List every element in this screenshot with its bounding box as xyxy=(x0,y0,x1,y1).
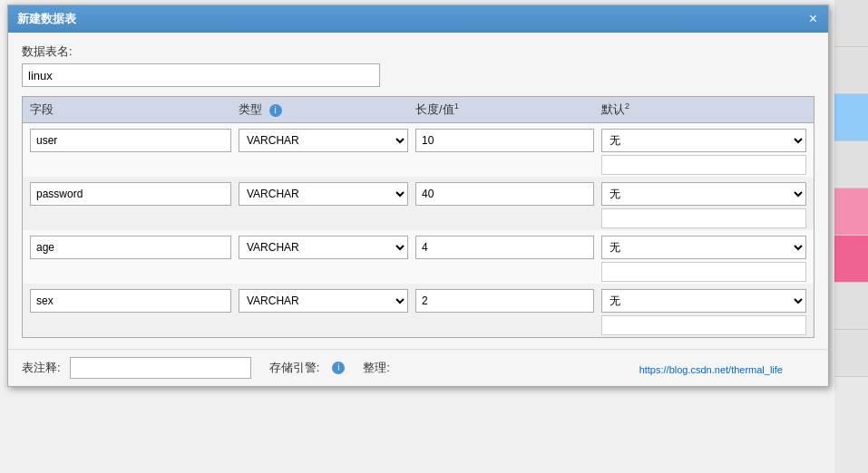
collation-label: 整理: xyxy=(363,360,390,376)
row-length-col xyxy=(415,236,601,259)
row-default-col: 无 NULL CURRENT_TIMESTAMP xyxy=(601,236,806,282)
default-select[interactable]: 无 NULL CURRENT_TIMESTAMP xyxy=(601,129,806,152)
storage-info-icon[interactable]: i xyxy=(332,362,345,374)
collation-section: 整理: xyxy=(363,360,399,376)
row-field-col xyxy=(30,236,239,259)
col-header-length: 长度/值1 xyxy=(415,101,601,118)
row-type-col: VARCHARINTTEXTCHARBIGINTTINYINTFLOATDOUB… xyxy=(239,289,415,313)
field-input[interactable] xyxy=(30,182,231,206)
table-comment-label: 表注释: xyxy=(22,360,61,376)
table-row: VARCHARINTTEXTCHARBIGINTTINYINTFLOATDOUB… xyxy=(23,123,814,177)
new-table-dialog: 新建数据表 × 数据表名: 字段 类型 i 长度/值1 默认2 xyxy=(7,5,829,387)
length-input[interactable] xyxy=(415,236,594,259)
default-select[interactable]: 无 NULL CURRENT_TIMESTAMP xyxy=(601,289,806,313)
type-info-icon[interactable]: i xyxy=(269,104,282,117)
field-input[interactable] xyxy=(30,129,231,152)
table-name-input[interactable] xyxy=(22,63,380,87)
length-input[interactable] xyxy=(415,182,594,206)
default-select[interactable]: 无 NULL CURRENT_TIMESTAMP xyxy=(601,236,806,259)
dialog-titlebar: 新建数据表 × xyxy=(8,5,828,33)
sidebar-bar-4 xyxy=(834,141,868,188)
row-default-col: 无 NULL CURRENT_TIMESTAMP xyxy=(601,289,806,335)
default-sub-input[interactable] xyxy=(601,155,806,175)
right-sidebar xyxy=(834,0,868,473)
dialog-title: 新建数据表 xyxy=(17,11,76,27)
length-input[interactable] xyxy=(415,289,594,313)
row-field-col xyxy=(30,289,239,313)
sidebar-bar-8 xyxy=(834,330,868,377)
sidebar-bar-3 xyxy=(834,94,868,141)
col-header-default: 默认2 xyxy=(601,101,806,118)
field-input[interactable] xyxy=(30,236,231,259)
row-type-col: VARCHARINTTEXTCHARBIGINTTINYINTFLOATDOUB… xyxy=(239,182,415,206)
table-row: VARCHARINTTEXTCHARBIGINTTINYINTFLOATDOUB… xyxy=(23,177,814,230)
type-select[interactable]: VARCHARINTTEXTCHARBIGINTTINYINTFLOATDOUB… xyxy=(239,236,408,259)
sidebar-bar-2 xyxy=(834,47,868,94)
columns-area: 字段 类型 i 长度/值1 默认2 xyxy=(22,96,814,338)
row-length-col xyxy=(415,182,601,206)
table-row: VARCHARINTTEXTCHARBIGINTTINYINTFLOATDOUB… xyxy=(23,284,814,337)
field-input[interactable] xyxy=(30,289,231,313)
dialog-close-button[interactable]: × xyxy=(807,12,819,26)
csdn-link[interactable]: https://blog.csdn.net/thermal_life xyxy=(639,364,783,375)
row-length-col xyxy=(415,129,601,152)
col-header-field: 字段 xyxy=(30,101,239,118)
row-default-col: 无 NULL CURRENT_TIMESTAMP xyxy=(601,129,806,175)
row-type-col: VARCHARINTTEXTCHARBIGINTTINYINTFLOATDOUB… xyxy=(239,236,415,259)
default-sub-input[interactable] xyxy=(601,315,806,335)
table-comment-input[interactable] xyxy=(70,357,251,379)
bottom-bar: 表注释: 存储引警: i 整理: https://blog.csdn.net/t… xyxy=(8,349,828,386)
rows-container: VARCHARINTTEXTCHARBIGINTTINYINTFLOATDOUB… xyxy=(23,123,814,337)
storage-warning-section: 存储引警: i xyxy=(269,360,346,376)
column-headers: 字段 类型 i 长度/值1 默认2 xyxy=(23,97,814,123)
row-type-col: VARCHARINTTEXTCHARBIGINTTINYINTFLOATDOUB… xyxy=(239,129,415,152)
row-field-col xyxy=(30,129,239,152)
storage-warning-label: 存储引警: xyxy=(269,360,320,376)
length-input[interactable] xyxy=(415,129,594,152)
type-select[interactable]: VARCHARINTTEXTCHARBIGINTTINYINTFLOATDOUB… xyxy=(239,182,408,206)
table-comment-section: 表注释: xyxy=(22,357,251,379)
default-select[interactable]: 无 NULL CURRENT_TIMESTAMP xyxy=(601,182,806,206)
row-default-col: 无 NULL CURRENT_TIMESTAMP xyxy=(601,182,806,228)
sidebar-bar-7 xyxy=(834,283,868,330)
dialog-body: 数据表名: 字段 类型 i 长度/值1 默认2 xyxy=(8,33,828,349)
sidebar-bar-5 xyxy=(834,188,868,236)
sidebar-bar-1 xyxy=(834,0,868,47)
type-select[interactable]: VARCHARINTTEXTCHARBIGINTTINYINTFLOATDOUB… xyxy=(239,129,408,152)
col-header-type: 类型 i xyxy=(239,101,415,118)
row-length-col xyxy=(415,289,601,313)
default-sub-input[interactable] xyxy=(601,262,806,282)
table-name-label: 数据表名: xyxy=(22,43,814,60)
row-field-col xyxy=(30,182,239,206)
sidebar-bar-6 xyxy=(834,236,868,283)
default-sub-input[interactable] xyxy=(601,208,806,228)
table-row: VARCHARINTTEXTCHARBIGINTTINYINTFLOATDOUB… xyxy=(23,230,814,284)
type-select[interactable]: VARCHARINTTEXTCHARBIGINTTINYINTFLOATDOUB… xyxy=(239,289,408,313)
